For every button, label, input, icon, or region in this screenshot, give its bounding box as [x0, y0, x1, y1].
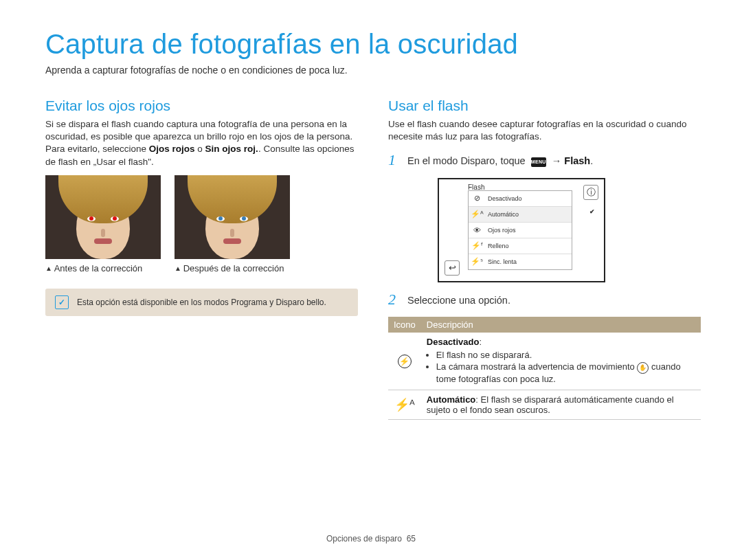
menu-icon: MENU [531, 157, 546, 167]
flash-option-label: Ojos rojos [488, 227, 516, 234]
photo-after [175, 175, 290, 259]
flash-option-icon: ⊘ [471, 193, 482, 204]
photo-before [45, 175, 161, 259]
page-footer: Opciones de disparo 65 [0, 534, 742, 544]
flash-option[interactable]: ⚡ˢSinc. lenta [469, 254, 572, 269]
use-flash-paragraph: Use el flash cuando desee capturar fotog… [388, 118, 701, 143]
left-column: Evitar los ojos rojos Si se dispara el f… [45, 98, 358, 420]
back-button[interactable]: ↩ [445, 260, 460, 276]
flash-option-label: Automático [488, 211, 519, 218]
flash-option-icon: ⚡ᶠ [471, 240, 482, 251]
heading-red-eye: Evitar los ojos rojos [45, 98, 358, 114]
step-number-2: 2 [388, 292, 401, 308]
table-row: ⚡Desactivado:El flash no se disparará.La… [388, 333, 701, 390]
note-text: Esta opción está disponible en los modos… [77, 298, 326, 307]
option-description: Automático: El flash se disparará automá… [421, 390, 701, 419]
table-header-icon: Icono [388, 317, 421, 333]
table-header-desc: Descripción [421, 317, 701, 333]
camera-flash-menu: Flash ⓘ ↩ ⊘Desactivado⚡ᴬAutomático✔👁Ojos… [438, 178, 605, 282]
flash-option-label: Desactivado [488, 195, 522, 202]
flash-option[interactable]: ⊘Desactivado [469, 191, 572, 207]
camera-options-list: ⊘Desactivado⚡ᴬAutomático✔👁Ojos rojos⚡ᶠRe… [468, 190, 572, 270]
option-icon: ⚡ [388, 333, 421, 390]
shake-warning-icon [637, 362, 649, 374]
red-eye-paragraph: Si se dispara el flash cuando captura un… [45, 118, 358, 168]
caption-after: Después de la corrección [175, 263, 290, 273]
flash-option[interactable]: ⚡ᴬAutomático✔ [469, 207, 572, 223]
info-button[interactable]: ⓘ [583, 185, 598, 200]
flash-option-label: Relleno [488, 243, 509, 249]
flash-option-icon: ⚡ˢ [471, 256, 482, 267]
flash-option-label: Sinc. lenta [488, 258, 517, 265]
step-2: 2 Seleccione una opción. [388, 292, 701, 308]
flash-options-table: Icono Descripción ⚡Desactivado:El flash … [388, 317, 701, 419]
option-icon: ⚡ᴬ [388, 390, 421, 419]
step-number-1: 1 [388, 153, 401, 168]
option-description: Desactivado:El flash no se disparará.La … [421, 333, 701, 390]
flash-option-icon: ⚡ᴬ [471, 209, 482, 220]
table-row: ⚡ᴬAutomático: El flash se disparará auto… [388, 390, 701, 419]
heading-use-flash: Usar el flash [388, 98, 701, 114]
check-icon: ✔ [589, 208, 595, 215]
step-1: 1 En el modo Disparo, toque MENU → Flash… [388, 153, 701, 168]
right-column: Usar el flash Use el flash cuando desee … [388, 98, 701, 420]
flash-option[interactable]: ⚡ᶠRelleno [469, 238, 572, 254]
page-intro: Aprenda a capturar fotografías de noche … [45, 64, 701, 77]
flash-option[interactable]: 👁Ojos rojos [469, 223, 572, 238]
flash-option-icon: 👁 [471, 225, 482, 236]
page-title: Captura de fotografías en la oscuridad [45, 29, 701, 60]
caption-before: Antes de la corrección [45, 263, 161, 273]
note-icon: ✓ [55, 295, 69, 309]
note-box: ✓ Esta opción está disponible en los mod… [45, 289, 358, 316]
